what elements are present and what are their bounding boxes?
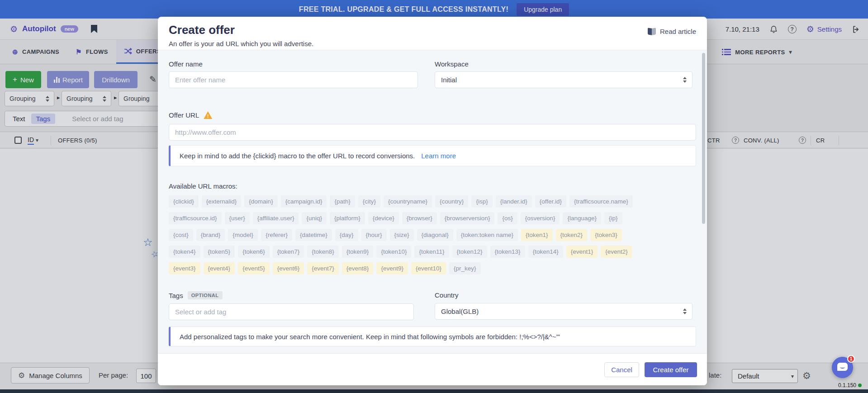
offer-name-input[interactable] xyxy=(169,71,418,88)
macro-chip[interactable]: {event1} xyxy=(566,246,598,258)
learn-more-link[interactable]: Learn more xyxy=(421,152,456,160)
optional-badge: OPTIONAL xyxy=(188,291,223,299)
macro-chip-row: {trafficsource.id}{user}{affiliate.user}… xyxy=(169,212,696,224)
macro-chip[interactable]: {token:token name} xyxy=(456,229,518,241)
dialog-header: Create offer An offer is your ad URL whi… xyxy=(158,17,707,50)
macro-chip[interactable]: {token5} xyxy=(204,246,235,258)
tags-label-row: Tags OPTIONAL xyxy=(169,291,418,299)
book-icon xyxy=(648,28,656,35)
country-value: Global(GLB) xyxy=(441,308,479,315)
country-select[interactable]: Global(GLB) xyxy=(435,303,693,320)
clickid-note-text: Keep in mind to add the {clickid} macro … xyxy=(180,152,415,160)
macro-chip[interactable]: {path} xyxy=(330,195,355,208)
macros-label: Available URL macros: xyxy=(169,182,696,190)
macro-chip[interactable]: {brand} xyxy=(196,229,225,241)
macro-chip[interactable]: {token9} xyxy=(342,246,374,258)
dialog-body: Offer name Workspace Initial Offer URL !… xyxy=(158,50,707,353)
macro-chip[interactable]: {country} xyxy=(435,195,468,208)
macro-chip[interactable]: {browserversion} xyxy=(440,212,495,224)
tags-note: Add personalized tags to make your searc… xyxy=(169,327,696,346)
macro-chip[interactable]: {event9} xyxy=(376,262,408,275)
macro-chip[interactable]: {browser} xyxy=(402,212,437,224)
offer-url-input[interactable] xyxy=(169,124,696,141)
macro-chip[interactable]: {token13} xyxy=(490,246,525,258)
macro-chip[interactable]: {model} xyxy=(228,229,258,241)
chat-notification-badge: 1 xyxy=(847,355,855,363)
macro-chip[interactable]: {token4} xyxy=(169,246,200,258)
macro-chip[interactable]: {user} xyxy=(225,212,250,224)
macro-chip[interactable]: {platform} xyxy=(330,212,365,224)
offer-url-label: Offer URL xyxy=(169,111,199,119)
macro-chip[interactable]: {diagonal} xyxy=(417,229,453,241)
macro-chip[interactable]: {token12} xyxy=(452,246,487,258)
read-article-label: Read article xyxy=(660,28,696,35)
cancel-button[interactable]: Cancel xyxy=(604,362,639,377)
macro-chip[interactable]: {event10} xyxy=(411,262,446,275)
macro-rows: {clickid}{externalid}{domain}{campaign.i… xyxy=(169,195,696,275)
tags-input[interactable] xyxy=(169,303,414,320)
chat-widget-button[interactable]: 1 xyxy=(832,357,853,378)
macro-chip[interactable]: {event2} xyxy=(601,246,632,258)
macro-chip[interactable]: {token8} xyxy=(307,246,339,258)
macro-chip[interactable]: {token10} xyxy=(376,246,411,258)
macro-chip[interactable]: {token7} xyxy=(273,246,304,258)
read-article-link[interactable]: Read article xyxy=(648,28,696,35)
macro-chip[interactable]: {size} xyxy=(390,229,414,241)
clickid-note: Keep in mind to add the {clickid} macro … xyxy=(169,145,696,166)
tags-note-text: Add personalized tags to make your searc… xyxy=(180,333,560,341)
macro-chip[interactable]: {language} xyxy=(563,212,601,224)
macro-chip[interactable]: {ip} xyxy=(604,212,622,224)
macro-chip[interactable]: {trafficsource.id} xyxy=(169,212,222,224)
macro-chip[interactable]: {osversion} xyxy=(521,212,560,224)
macro-chip[interactable]: {city} xyxy=(358,195,380,208)
macro-chip[interactable]: {event6} xyxy=(273,262,304,275)
macro-chip-row: {cost}{brand}{model}{referer}{datetime}{… xyxy=(169,229,696,241)
modal-scrollbar[interactable] xyxy=(702,53,705,224)
create-offer-button[interactable]: Create offer xyxy=(645,362,697,377)
macro-chip[interactable]: {countryname} xyxy=(384,195,432,208)
macro-chip[interactable]: {token2} xyxy=(556,229,588,241)
macro-chip[interactable]: {event8} xyxy=(342,262,374,275)
macro-chip[interactable]: {event5} xyxy=(238,262,270,275)
macro-chip[interactable]: {hour} xyxy=(361,229,387,241)
macro-chip[interactable]: {trafficsource.name} xyxy=(569,195,633,208)
macro-chip[interactable]: {token14} xyxy=(528,246,563,258)
workspace-value: Initial xyxy=(441,76,457,84)
tags-label: Tags xyxy=(169,292,183,299)
workspace-label: Workspace xyxy=(435,60,693,68)
macro-chip[interactable]: {device} xyxy=(368,212,399,224)
select-chevrons-icon xyxy=(683,77,687,83)
macro-chip[interactable]: {os} xyxy=(498,212,517,224)
macro-chip[interactable]: {token3} xyxy=(590,229,622,241)
macro-chip[interactable]: {token1} xyxy=(521,229,553,241)
macro-chip[interactable]: {isp} xyxy=(471,195,492,208)
macro-chip[interactable]: {uniq} xyxy=(302,212,327,224)
macro-chip-row: {token4}{token5}{token6}{token7}{token8}… xyxy=(169,246,696,258)
select-chevrons-icon xyxy=(683,308,687,314)
macro-chip[interactable]: {campaign.id} xyxy=(281,195,327,208)
macro-chip[interactable]: {day} xyxy=(335,229,358,241)
macro-chip[interactable]: {offer.id} xyxy=(535,195,566,208)
macro-chip[interactable]: {token11} xyxy=(414,246,449,258)
macro-chip[interactable]: {cost} xyxy=(169,229,193,241)
macro-chip[interactable]: {pr_key} xyxy=(449,262,481,275)
macro-chip-row: {clickid}{externalid}{domain}{campaign.i… xyxy=(169,195,696,208)
macro-chip[interactable]: {clickid} xyxy=(169,195,199,208)
country-label: Country xyxy=(435,291,693,299)
macro-chip[interactable]: {referer} xyxy=(261,229,292,241)
offer-url-label-row: Offer URL ! xyxy=(169,111,696,119)
macro-chip-row: {event3}{event4}{event5}{event6}{event7}… xyxy=(169,262,696,275)
macro-chip[interactable]: {datetime} xyxy=(295,229,332,241)
macro-chip[interactable]: {token6} xyxy=(238,246,270,258)
macro-chip[interactable]: {lander.id} xyxy=(496,195,532,208)
warning-icon: ! xyxy=(204,111,212,119)
macro-chip[interactable]: {affiliate.user} xyxy=(253,212,299,224)
workspace-select[interactable]: Initial xyxy=(435,71,693,88)
macro-chip[interactable]: {externalid} xyxy=(202,195,242,208)
macro-chip[interactable]: {domain} xyxy=(244,195,277,208)
macro-chip[interactable]: {event3} xyxy=(169,262,200,275)
macro-chip[interactable]: {event4} xyxy=(204,262,235,275)
macro-chip[interactable]: {event7} xyxy=(307,262,339,275)
chat-icon xyxy=(837,363,848,371)
dialog-title: Create offer xyxy=(169,23,696,37)
